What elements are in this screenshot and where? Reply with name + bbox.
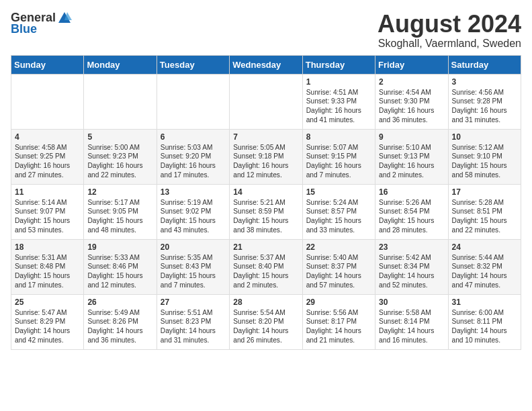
day-number: 21 [233, 242, 298, 252]
header-thursday: Thursday [302, 55, 375, 74]
table-row: 5Sunrise: 5:00 AM Sunset: 9:23 PM Daylig… [84, 129, 157, 184]
day-number: 7 [233, 132, 298, 142]
day-number: 29 [306, 298, 371, 307]
cell-content: Sunrise: 5:37 AM Sunset: 8:40 PM Dayligh… [233, 253, 298, 290]
cell-content: Sunrise: 5:33 AM Sunset: 8:46 PM Dayligh… [87, 253, 152, 290]
title-block: August 2024 Skoghall, Vaermland, Sweden [378, 11, 521, 50]
table-row: 6Sunrise: 5:03 AM Sunset: 9:20 PM Daylig… [157, 129, 229, 184]
day-number: 9 [379, 132, 444, 142]
table-row: 12Sunrise: 5:17 AM Sunset: 9:05 PM Dayli… [84, 184, 157, 239]
cell-content: Sunrise: 4:56 AM Sunset: 9:28 PM Dayligh… [452, 88, 517, 125]
table-row: 8Sunrise: 5:07 AM Sunset: 9:15 PM Daylig… [302, 129, 375, 184]
calendar-week-row: 25Sunrise: 5:47 AM Sunset: 8:29 PM Dayli… [11, 294, 521, 349]
day-number: 18 [15, 242, 80, 252]
table-row [84, 74, 157, 129]
table-row: 30Sunrise: 5:58 AM Sunset: 8:14 PM Dayli… [375, 294, 448, 349]
day-number: 20 [161, 242, 226, 252]
table-row: 9Sunrise: 5:10 AM Sunset: 9:13 PM Daylig… [375, 129, 448, 184]
header-friday: Friday [375, 55, 448, 74]
header-saturday: Saturday [448, 55, 521, 74]
table-row: 18Sunrise: 5:31 AM Sunset: 8:48 PM Dayli… [11, 239, 84, 294]
day-number: 11 [15, 187, 80, 197]
day-number: 4 [15, 132, 80, 142]
cell-content: Sunrise: 5:12 AM Sunset: 9:10 PM Dayligh… [452, 143, 517, 180]
table-row: 25Sunrise: 5:47 AM Sunset: 8:29 PM Dayli… [11, 294, 84, 349]
table-row: 10Sunrise: 5:12 AM Sunset: 9:10 PM Dayli… [448, 129, 521, 184]
day-number: 8 [306, 132, 371, 142]
cell-content: Sunrise: 5:10 AM Sunset: 9:13 PM Dayligh… [379, 143, 444, 180]
cell-content: Sunrise: 5:51 AM Sunset: 8:23 PM Dayligh… [161, 308, 226, 345]
location-title: Skoghall, Vaermland, Sweden [378, 38, 521, 50]
cell-content: Sunrise: 5:49 AM Sunset: 8:26 PM Dayligh… [87, 308, 152, 345]
day-number: 2 [379, 77, 444, 87]
table-row: 3Sunrise: 4:56 AM Sunset: 9:28 PM Daylig… [448, 74, 521, 129]
day-number: 5 [87, 132, 152, 142]
cell-content: Sunrise: 5:07 AM Sunset: 9:15 PM Dayligh… [306, 143, 371, 180]
day-number: 23 [379, 242, 444, 252]
cell-content: Sunrise: 5:35 AM Sunset: 8:43 PM Dayligh… [161, 253, 226, 290]
day-number: 12 [87, 187, 152, 197]
table-row: 7Sunrise: 5:05 AM Sunset: 9:18 PM Daylig… [230, 129, 302, 184]
table-row: 15Sunrise: 5:24 AM Sunset: 8:57 PM Dayli… [302, 184, 375, 239]
cell-content: Sunrise: 5:31 AM Sunset: 8:48 PM Dayligh… [15, 253, 80, 290]
calendar-week-row: 4Sunrise: 4:58 AM Sunset: 9:25 PM Daylig… [11, 129, 521, 184]
calendar-week-row: 1Sunrise: 4:51 AM Sunset: 9:33 PM Daylig… [11, 74, 521, 129]
cell-content: Sunrise: 5:44 AM Sunset: 8:32 PM Dayligh… [452, 253, 517, 290]
header-wednesday: Wednesday [230, 55, 302, 74]
day-number: 27 [161, 298, 226, 307]
table-row [157, 74, 229, 129]
day-number: 3 [452, 77, 517, 87]
cell-content: Sunrise: 5:21 AM Sunset: 8:59 PM Dayligh… [233, 198, 298, 235]
day-number: 31 [452, 298, 517, 307]
calendar-header-row: Sunday Monday Tuesday Wednesday Thursday… [11, 55, 521, 74]
cell-content: Sunrise: 4:54 AM Sunset: 9:30 PM Dayligh… [379, 88, 444, 125]
cell-content: Sunrise: 5:03 AM Sunset: 9:20 PM Dayligh… [161, 143, 226, 180]
table-row: 28Sunrise: 5:54 AM Sunset: 8:20 PM Dayli… [230, 294, 302, 349]
cell-content: Sunrise: 5:58 AM Sunset: 8:14 PM Dayligh… [379, 308, 444, 345]
cell-content: Sunrise: 5:24 AM Sunset: 8:57 PM Dayligh… [306, 198, 371, 235]
cell-content: Sunrise: 4:51 AM Sunset: 9:33 PM Dayligh… [306, 88, 371, 125]
table-row [11, 74, 84, 129]
cell-content: Sunrise: 5:56 AM Sunset: 8:17 PM Dayligh… [306, 308, 371, 345]
table-row: 27Sunrise: 5:51 AM Sunset: 8:23 PM Dayli… [157, 294, 229, 349]
cell-content: Sunrise: 5:26 AM Sunset: 8:54 PM Dayligh… [379, 198, 444, 235]
table-row: 14Sunrise: 5:21 AM Sunset: 8:59 PM Dayli… [230, 184, 302, 239]
day-number: 28 [233, 298, 298, 307]
day-number: 24 [452, 242, 517, 252]
calendar-week-row: 11Sunrise: 5:14 AM Sunset: 9:07 PM Dayli… [11, 184, 521, 239]
day-number: 10 [452, 132, 517, 142]
cell-content: Sunrise: 5:19 AM Sunset: 9:02 PM Dayligh… [161, 198, 226, 235]
cell-content: Sunrise: 5:54 AM Sunset: 8:20 PM Dayligh… [233, 308, 298, 345]
table-row: 26Sunrise: 5:49 AM Sunset: 8:26 PM Dayli… [84, 294, 157, 349]
cell-content: Sunrise: 5:42 AM Sunset: 8:34 PM Dayligh… [379, 253, 444, 290]
cell-content: Sunrise: 5:17 AM Sunset: 9:05 PM Dayligh… [87, 198, 152, 235]
logo: General Blue [11, 11, 72, 36]
cell-content: Sunrise: 5:47 AM Sunset: 8:29 PM Dayligh… [15, 308, 80, 345]
cell-content: Sunrise: 5:05 AM Sunset: 9:18 PM Dayligh… [233, 143, 298, 180]
calendar-week-row: 18Sunrise: 5:31 AM Sunset: 8:48 PM Dayli… [11, 239, 521, 294]
header-sunday: Sunday [11, 55, 84, 74]
day-number: 1 [306, 77, 371, 87]
table-row: 1Sunrise: 4:51 AM Sunset: 9:33 PM Daylig… [302, 74, 375, 129]
table-row: 21Sunrise: 5:37 AM Sunset: 8:40 PM Dayli… [230, 239, 302, 294]
page-header: General Blue August 2024 Skoghall, Vaerm… [11, 11, 521, 50]
table-row: 20Sunrise: 5:35 AM Sunset: 8:43 PM Dayli… [157, 239, 229, 294]
day-number: 22 [306, 242, 371, 252]
cell-content: Sunrise: 5:14 AM Sunset: 9:07 PM Dayligh… [15, 198, 80, 235]
day-number: 16 [379, 187, 444, 197]
header-monday: Monday [84, 55, 157, 74]
table-row [230, 74, 302, 129]
table-row: 2Sunrise: 4:54 AM Sunset: 9:30 PM Daylig… [375, 74, 448, 129]
cell-content: Sunrise: 5:40 AM Sunset: 8:37 PM Dayligh… [306, 253, 371, 290]
day-number: 26 [87, 298, 152, 307]
table-row: 11Sunrise: 5:14 AM Sunset: 9:07 PM Dayli… [11, 184, 84, 239]
table-row: 19Sunrise: 5:33 AM Sunset: 8:46 PM Dayli… [84, 239, 157, 294]
logo-icon [57, 11, 72, 26]
table-row: 4Sunrise: 4:58 AM Sunset: 9:25 PM Daylig… [11, 129, 84, 184]
day-number: 6 [161, 132, 226, 142]
table-row: 23Sunrise: 5:42 AM Sunset: 8:34 PM Dayli… [375, 239, 448, 294]
table-row: 22Sunrise: 5:40 AM Sunset: 8:37 PM Dayli… [302, 239, 375, 294]
day-number: 13 [161, 187, 226, 197]
day-number: 25 [15, 298, 80, 307]
table-row: 31Sunrise: 6:00 AM Sunset: 8:11 PM Dayli… [448, 294, 521, 349]
